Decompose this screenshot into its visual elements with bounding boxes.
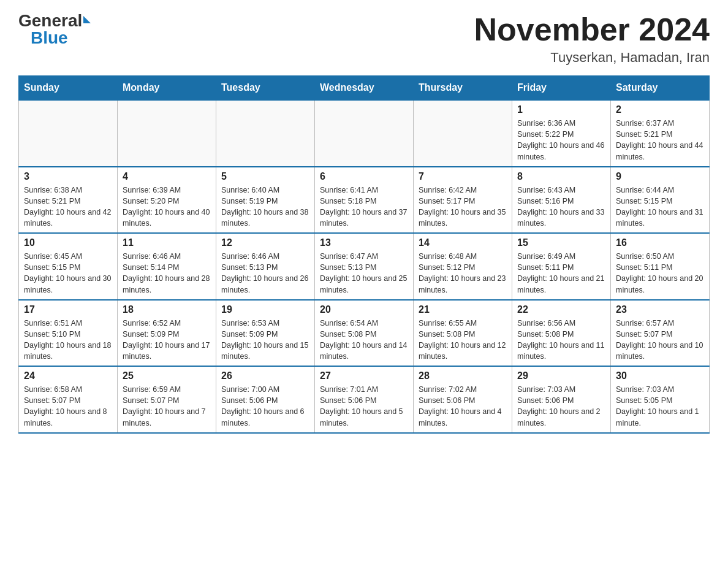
calendar-header-sunday: Sunday — [19, 76, 118, 101]
calendar-cell: 4Sunrise: 6:39 AMSunset: 5:20 PMDaylight… — [118, 167, 216, 234]
calendar-cell: 9Sunrise: 6:44 AMSunset: 5:15 PMDaylight… — [611, 167, 710, 234]
logo-blue-text: Blue — [31, 29, 68, 47]
calendar-cell: 17Sunrise: 6:51 AMSunset: 5:10 PMDayligh… — [19, 300, 118, 367]
calendar-header-tuesday: Tuesday — [216, 76, 315, 101]
calendar-cell: 30Sunrise: 7:03 AMSunset: 5:05 PMDayligh… — [611, 366, 710, 433]
day-number: 6 — [320, 171, 408, 182]
day-number: 19 — [221, 304, 309, 315]
calendar-header-monday: Monday — [118, 76, 216, 101]
calendar-week-row: 1Sunrise: 6:36 AMSunset: 5:22 PMDaylight… — [19, 100, 710, 167]
calendar-cell: 20Sunrise: 6:54 AMSunset: 5:08 PMDayligh… — [315, 300, 414, 367]
day-number: 21 — [419, 304, 507, 315]
calendar-week-row: 3Sunrise: 6:38 AMSunset: 5:21 PMDaylight… — [19, 167, 710, 234]
day-number: 10 — [24, 237, 112, 248]
calendar-cell: 14Sunrise: 6:48 AMSunset: 5:12 PMDayligh… — [414, 233, 512, 300]
day-number: 1 — [517, 104, 605, 115]
day-number: 12 — [221, 237, 309, 248]
calendar-week-row: 17Sunrise: 6:51 AMSunset: 5:10 PMDayligh… — [19, 300, 710, 367]
day-info: Sunrise: 6:58 AMSunset: 5:07 PMDaylight:… — [24, 384, 112, 429]
day-number: 2 — [616, 104, 704, 115]
calendar-cell: 13Sunrise: 6:47 AMSunset: 5:13 PMDayligh… — [315, 233, 414, 300]
day-number: 22 — [517, 304, 605, 315]
calendar-cell: 7Sunrise: 6:42 AMSunset: 5:17 PMDaylight… — [414, 167, 512, 234]
day-info: Sunrise: 6:52 AMSunset: 5:09 PMDaylight:… — [123, 318, 211, 362]
calendar-cell: 10Sunrise: 6:45 AMSunset: 5:15 PMDayligh… — [19, 233, 118, 300]
day-info: Sunrise: 6:46 AMSunset: 5:13 PMDaylight:… — [221, 251, 309, 296]
location: Tuyserkan, Hamadan, Iran — [474, 50, 710, 66]
day-number: 13 — [320, 237, 408, 248]
calendar-cell: 18Sunrise: 6:52 AMSunset: 5:09 PMDayligh… — [118, 300, 216, 367]
day-number: 14 — [419, 237, 507, 248]
calendar-cell: 26Sunrise: 7:00 AMSunset: 5:06 PMDayligh… — [216, 366, 315, 433]
calendar-cell: 15Sunrise: 6:49 AMSunset: 5:11 PMDayligh… — [512, 233, 611, 300]
calendar-cell: 5Sunrise: 6:40 AMSunset: 5:19 PMDaylight… — [216, 167, 315, 234]
day-info: Sunrise: 6:47 AMSunset: 5:13 PMDaylight:… — [320, 251, 408, 296]
calendar-cell — [19, 100, 118, 167]
calendar-header-saturday: Saturday — [611, 76, 710, 101]
day-info: Sunrise: 6:50 AMSunset: 5:11 PMDaylight:… — [616, 251, 704, 296]
day-info: Sunrise: 6:41 AMSunset: 5:18 PMDaylight:… — [320, 185, 408, 229]
calendar-cell: 11Sunrise: 6:46 AMSunset: 5:14 PMDayligh… — [118, 233, 216, 300]
calendar-cell — [118, 100, 216, 167]
day-info: Sunrise: 6:38 AMSunset: 5:21 PMDaylight:… — [24, 185, 112, 229]
calendar-cell: 24Sunrise: 6:58 AMSunset: 5:07 PMDayligh… — [19, 366, 118, 433]
day-info: Sunrise: 6:36 AMSunset: 5:22 PMDaylight:… — [517, 118, 605, 163]
page-header: General Blue November 2024 Tuyserkan, Ha… — [18, 12, 710, 66]
calendar-cell: 28Sunrise: 7:02 AMSunset: 5:06 PMDayligh… — [414, 366, 512, 433]
calendar-cell — [414, 100, 512, 167]
day-number: 27 — [320, 370, 408, 381]
day-number: 29 — [517, 370, 605, 381]
calendar-table: SundayMondayTuesdayWednesdayThursdayFrid… — [18, 75, 710, 434]
calendar-header-wednesday: Wednesday — [315, 76, 414, 101]
day-info: Sunrise: 6:48 AMSunset: 5:12 PMDaylight:… — [419, 251, 507, 296]
logo-triangle-icon — [83, 16, 91, 23]
calendar-cell: 16Sunrise: 6:50 AMSunset: 5:11 PMDayligh… — [611, 233, 710, 300]
day-number: 15 — [517, 237, 605, 248]
calendar-cell: 22Sunrise: 6:56 AMSunset: 5:08 PMDayligh… — [512, 300, 611, 367]
calendar-cell: 3Sunrise: 6:38 AMSunset: 5:21 PMDaylight… — [19, 167, 118, 234]
day-info: Sunrise: 6:57 AMSunset: 5:07 PMDaylight:… — [616, 318, 704, 362]
day-info: Sunrise: 7:03 AMSunset: 5:05 PMDaylight:… — [616, 384, 704, 429]
day-info: Sunrise: 6:55 AMSunset: 5:08 PMDaylight:… — [419, 318, 507, 362]
calendar-cell: 23Sunrise: 6:57 AMSunset: 5:07 PMDayligh… — [611, 300, 710, 367]
day-info: Sunrise: 6:56 AMSunset: 5:08 PMDaylight:… — [517, 318, 605, 362]
day-info: Sunrise: 6:44 AMSunset: 5:15 PMDaylight:… — [616, 185, 704, 229]
day-number: 3 — [24, 171, 112, 182]
calendar-cell: 25Sunrise: 6:59 AMSunset: 5:07 PMDayligh… — [118, 366, 216, 433]
calendar-cell: 1Sunrise: 6:36 AMSunset: 5:22 PMDaylight… — [512, 100, 611, 167]
day-info: Sunrise: 6:42 AMSunset: 5:17 PMDaylight:… — [419, 185, 507, 229]
calendar-week-row: 10Sunrise: 6:45 AMSunset: 5:15 PMDayligh… — [19, 233, 710, 300]
day-info: Sunrise: 7:03 AMSunset: 5:06 PMDaylight:… — [517, 384, 605, 429]
day-info: Sunrise: 7:02 AMSunset: 5:06 PMDaylight:… — [419, 384, 507, 429]
calendar-cell: 19Sunrise: 6:53 AMSunset: 5:09 PMDayligh… — [216, 300, 315, 367]
day-number: 23 — [616, 304, 704, 315]
day-number: 16 — [616, 237, 704, 248]
calendar-cell: 29Sunrise: 7:03 AMSunset: 5:06 PMDayligh… — [512, 366, 611, 433]
day-info: Sunrise: 6:54 AMSunset: 5:08 PMDaylight:… — [320, 318, 408, 362]
day-info: Sunrise: 6:40 AMSunset: 5:19 PMDaylight:… — [221, 185, 309, 229]
day-info: Sunrise: 6:51 AMSunset: 5:10 PMDaylight:… — [24, 318, 112, 362]
calendar-header-thursday: Thursday — [414, 76, 512, 101]
day-number: 20 — [320, 304, 408, 315]
day-info: Sunrise: 6:59 AMSunset: 5:07 PMDaylight:… — [123, 384, 211, 429]
day-number: 5 — [221, 171, 309, 182]
title-block: November 2024 Tuyserkan, Hamadan, Iran — [474, 12, 710, 66]
day-info: Sunrise: 6:37 AMSunset: 5:21 PMDaylight:… — [616, 118, 704, 163]
day-number: 18 — [123, 304, 211, 315]
month-title: November 2024 — [474, 12, 710, 47]
day-info: Sunrise: 6:43 AMSunset: 5:16 PMDaylight:… — [517, 185, 605, 229]
calendar-cell: 12Sunrise: 6:46 AMSunset: 5:13 PMDayligh… — [216, 233, 315, 300]
calendar-header-friday: Friday — [512, 76, 611, 101]
day-number: 28 — [419, 370, 507, 381]
calendar-cell: 6Sunrise: 6:41 AMSunset: 5:18 PMDaylight… — [315, 167, 414, 234]
day-info: Sunrise: 6:49 AMSunset: 5:11 PMDaylight:… — [517, 251, 605, 296]
day-number: 26 — [221, 370, 309, 381]
day-info: Sunrise: 6:46 AMSunset: 5:14 PMDaylight:… — [123, 251, 211, 296]
day-info: Sunrise: 7:01 AMSunset: 5:06 PMDaylight:… — [320, 384, 408, 429]
day-info: Sunrise: 7:00 AMSunset: 5:06 PMDaylight:… — [221, 384, 309, 429]
logo: General Blue — [18, 12, 91, 47]
calendar-cell — [315, 100, 414, 167]
day-number: 11 — [123, 237, 211, 248]
calendar-cell — [216, 100, 315, 167]
calendar-cell: 27Sunrise: 7:01 AMSunset: 5:06 PMDayligh… — [315, 366, 414, 433]
